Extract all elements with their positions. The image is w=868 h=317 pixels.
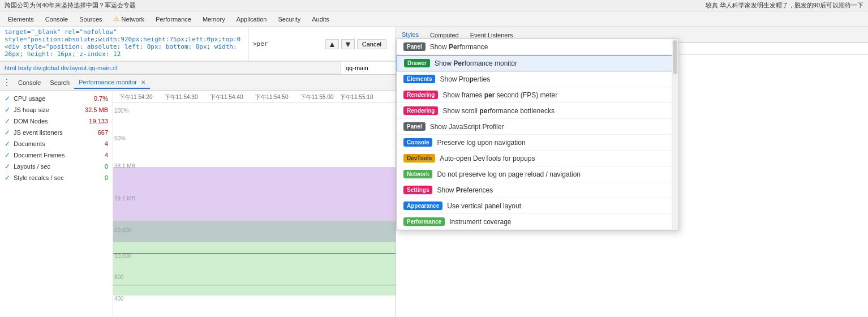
dropdown-item-panel-profiler[interactable]: Panel Show JavaScript Profiler [397,119,678,135]
metric-docs: ✓ Documents 4 [0,138,113,149]
grid-50: 50% [114,135,126,142]
metric-recalcs: ✓ Style recalcs / sec 0 [0,172,113,183]
metric-cpu-label: CPU usage [14,95,80,102]
events-chart-line [113,253,396,254]
check-icon2: ✓ [5,106,10,114]
time-label-4: 下午11:54:50 [249,93,294,101]
check-icon5: ✓ [5,140,10,148]
badge-drawer: Drawer [404,59,430,67]
check-icon8: ✓ [5,174,10,182]
metric-docs-value: 4 [80,140,108,147]
search-input[interactable] [346,65,391,71]
dropdown-item-perf-instrument[interactable]: Performance Instrument coverage [397,214,678,230]
grid-800: 800 [114,274,124,280]
dropdown-item-network-preserve[interactable]: Network Do not preserve log on page relo… [397,166,678,182]
dropdown-item-appearance-layout[interactable]: Appearance Use vertical panel layout [397,198,678,214]
metric-frames-value: 4 [80,152,108,158]
command-dropdown: Panel Show Performance Drawer Show Perfo… [396,38,679,230]
tab-perf-monitor[interactable]: Performance monitor ✕ [74,76,150,89]
dropdown-text-panel-profiler: Show JavaScript Profiler [430,123,672,131]
badge-settings: Settings [403,186,432,194]
metric-docs-label: Documents [14,140,80,147]
tab-security[interactable]: Security [272,14,306,25]
top-bar-left: 跨国公司为何40年来坚持选择中国？军运会专题 [5,1,136,10]
metric-dom: ✓ DOM Nodes 19,133 [0,115,113,127]
badge-elements: Elements [403,75,435,83]
tab-network[interactable]: ⚠ Network [108,13,150,25]
dropdown-item-rendering-fps[interactable]: Rendering Show frames per second (FPS) m… [397,87,678,103]
metric-recalcs-value: 0 [80,174,108,181]
time-label-2: 下午11:54:30 [158,93,204,101]
cancel-button[interactable]: Cancel [357,39,386,49]
grid-400: 400 [114,295,124,302]
tab-sources[interactable]: Sources [74,14,108,25]
breadcrumb: html body div.global div.layout.qq-main.… [0,62,341,74]
dropdown-text-settings-prefs: Show Preferences [437,186,672,194]
badge-console: Console [403,138,432,147]
metric-layouts-label: Layouts / sec [14,163,80,170]
source-line2: <div style="position: absolute; left: 0p… [5,43,237,58]
check-icon4: ✓ [5,128,10,136]
scroll-down-btn[interactable]: ▼ [341,39,355,49]
metric-listeners: ✓ JS event listeners 667 [0,127,113,138]
top-bar-right: 较真 华人科学家发明生发帽了，脱发的90后可以期待一下 [706,1,863,10]
metric-layouts-value: 0 [80,163,108,170]
dropdown-text-appearance-layout: Use vertical panel layout [447,202,672,210]
source-code-left: target="_blank" rel="nofollow" style="po… [0,27,248,61]
badge-performance: Performance [403,217,445,226]
time-axis: 下午11:54:20 下午11:54:30 下午11:54:40 下午11:54… [113,91,396,103]
breadcrumb-path[interactable]: html body div.global div.layout.qq-main.… [5,65,118,71]
more-tabs-icon[interactable]: ⋮ [2,77,11,88]
chart-area: 下午11:54:20 下午11:54:30 下午11:54:40 下午11:54… [113,91,396,317]
metric-cpu-value: 0.7% [80,95,108,102]
tab-console-bottom[interactable]: Console [14,77,45,88]
warn-icon: ⚠ [114,15,119,23]
dropdown-item-rendering-scroll[interactable]: Rendering Show scroll performance bottle… [397,103,678,119]
scroll-up-btn[interactable]: ▲ [325,39,339,49]
dropdown-item-console-preserve[interactable]: Console Preserve log upon navigation [397,135,678,151]
dropdown-item-devtools-auto[interactable]: DevTools Auto-open DevTools for popups [397,151,678,166]
tab-memory[interactable]: Memory [197,14,231,25]
check-icon6: ✓ [5,151,10,159]
metric-heap-label: JS heap size [14,106,80,113]
devtools-tabs: Elements Console Sources ⚠ Network Perfo… [0,11,868,27]
metric-frames-label: Document Frames [14,152,80,158]
badge-devtools: DevTools [403,154,435,162]
tab-elements[interactable]: Elements [2,14,40,25]
dropdown-text-rendering-scroll: Show scroll performance bottlenecks [442,107,672,115]
time-label-3: 下午11:54:40 [204,93,249,101]
dropdown-item-panel-perf[interactable]: Panel Show Performance [397,39,678,55]
check-icon7: ✓ [5,162,10,170]
grid-heap1: 38.1 MB [114,163,135,169]
dropdown-text-elements-props: Show Properties [440,75,672,83]
perf-monitor-close-icon[interactable]: ✕ [141,79,145,85]
dropdown-item-drawer-perf[interactable]: Drawer Show Performance monitor [397,55,678,71]
check-icon3: ✓ [5,117,10,125]
metric-cpu: ✓ CPU usage 0.7% [0,93,113,104]
metric-layouts: ✓ Layouts / sec 0 [0,161,113,172]
source-right: >per [253,40,268,48]
dropdown-scrollbar[interactable] [672,39,678,230]
source-line1: target="_blank" rel="nofollow" style="po… [5,28,240,43]
badge-network: Network [403,170,432,178]
badge-panel-2: Panel [403,122,426,131]
metric-recalcs-label: Style recalcs / sec [14,174,80,181]
dropdown-text-perf-instrument: Instrument coverage [449,218,672,226]
tab-console[interactable]: Console [40,14,74,25]
source-header: target="_blank" rel="nofollow" style="po… [0,27,396,62]
dropdown-text-console-preserve: Preserve log upon navigation [437,139,672,147]
tab-audits[interactable]: Audits [306,14,335,25]
badge-panel: Panel [403,42,426,51]
dropdown-text-rendering-fps: Show frames per second (FPS) meter [442,91,672,99]
metric-dom-label: DOM Nodes [14,118,80,125]
metric-heap: ✓ JS heap size 32.5 MB [0,104,113,115]
dropdown-item-settings-prefs[interactable]: Settings Show Preferences [397,182,678,198]
scrollbar-thumb [673,40,677,74]
dropdown-item-elements-props[interactable]: Elements Show Properties [397,71,678,87]
time-label-1: 下午11:54:20 [113,93,158,101]
tab-search[interactable]: Search [45,77,74,88]
tab-application[interactable]: Application [231,14,273,25]
left-panel: target="_blank" rel="nofollow" style="po… [0,27,396,317]
dropdown-text-panel-perf: Show Performance [430,43,672,51]
tab-performance[interactable]: Performance [150,14,197,25]
